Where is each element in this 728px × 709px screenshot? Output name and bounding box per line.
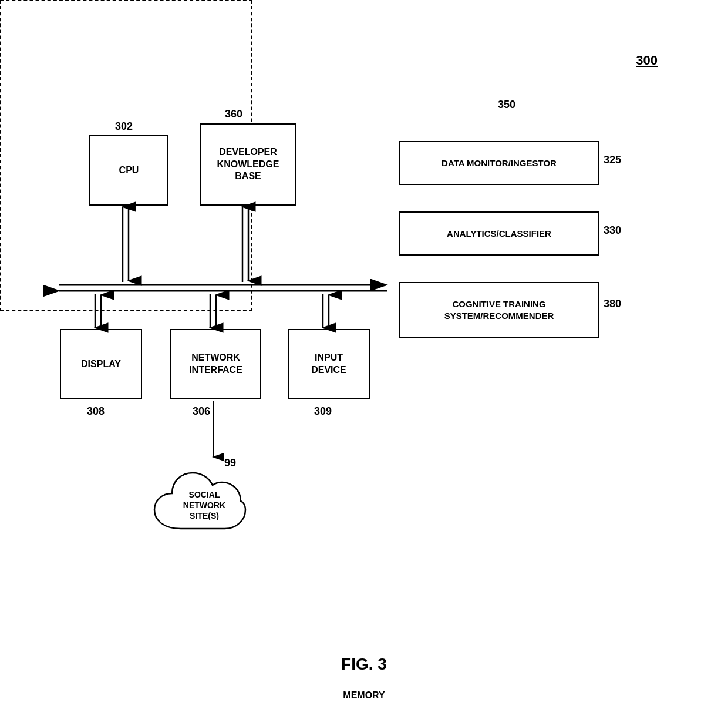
cognitive-ref: 380 xyxy=(604,298,621,310)
cognitive-box: COGNITIVE TRAININGSYSTEM/RECOMMENDER xyxy=(399,282,599,338)
ref-300-label: 300 xyxy=(636,53,658,68)
input-device-box: INPUTDEVICE xyxy=(288,329,370,399)
social-network-ref: 99 xyxy=(224,457,236,469)
ni-ref: 306 xyxy=(193,405,210,418)
data-monitor-ref: 325 xyxy=(604,154,621,166)
cpu-label: CPU xyxy=(119,164,139,177)
id-ref: 309 xyxy=(314,405,332,418)
display-ref: 308 xyxy=(87,405,105,418)
ni-label: NETWORKINTERFACE xyxy=(189,352,242,377)
network-interface-box: NETWORKINTERFACE xyxy=(170,329,261,399)
display-box: DISPLAY xyxy=(60,329,142,399)
analytics-box: ANALYTICS/CLASSIFIER xyxy=(399,211,599,256)
id-label: INPUTDEVICE xyxy=(311,352,346,377)
analytics-label: ANALYTICS/CLASSIFIER xyxy=(447,228,551,240)
dkb-box: DEVELOPERKNOWLEDGEBASE xyxy=(200,123,296,206)
fig-number: FIG. 3 xyxy=(341,655,387,674)
data-monitor-box: DATA MONITOR/INGESTOR xyxy=(399,141,599,185)
cpu-ref: 302 xyxy=(115,120,133,133)
memory-ref: 350 xyxy=(498,99,515,111)
social-network-label: SOCIALNETWORKSITE(S) xyxy=(183,489,225,522)
dkb-ref: 360 xyxy=(225,108,242,120)
diagram: 300 CPU 302 DEVELOPERKNOWLEDGEBASE 360 M… xyxy=(0,0,728,709)
cognitive-label: COGNITIVE TRAININGSYSTEM/RECOMMENDER xyxy=(444,298,554,321)
dkb-label: DEVELOPERKNOWLEDGEBASE xyxy=(217,146,279,183)
social-network-cloud: SOCIALNETWORKSITE(S) xyxy=(146,458,263,552)
data-monitor-label: DATA MONITOR/INGESTOR xyxy=(441,157,557,169)
analytics-ref: 330 xyxy=(604,224,621,237)
memory-label: MEMORY xyxy=(343,690,385,701)
display-label: DISPLAY xyxy=(81,358,121,371)
cpu-box: CPU xyxy=(89,135,168,206)
